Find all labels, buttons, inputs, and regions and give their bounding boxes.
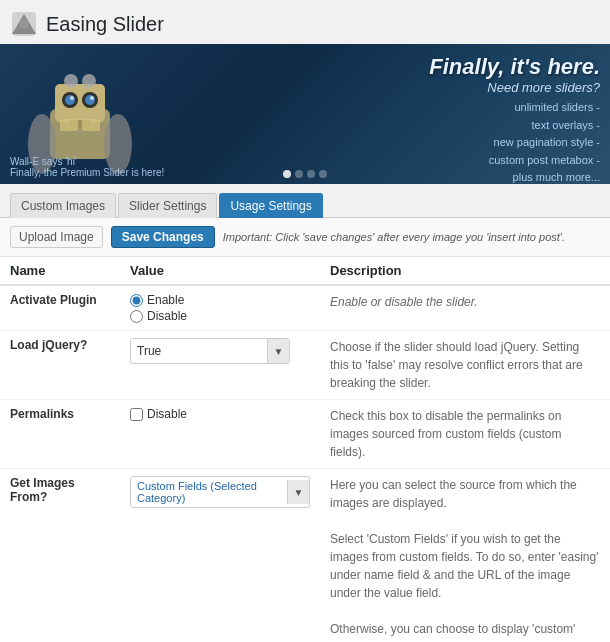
plugin-icon [10, 10, 38, 38]
svg-rect-14 [60, 119, 78, 131]
banner-dot-3[interactable] [307, 170, 315, 178]
tabs-bar: Custom Images Slider Settings Usage Sett… [0, 184, 610, 218]
toolbar-note: Important: Click 'save changes' after ev… [223, 231, 565, 243]
row-permalinks-name: Permalinks [0, 400, 120, 469]
radio-disable-text: Disable [147, 309, 187, 323]
banner-caption: Wall-E says 'hi' Finally, the Premium Sl… [10, 156, 164, 178]
get-images-dropdown-arrow[interactable]: ▼ [287, 480, 309, 504]
svg-rect-4 [55, 84, 105, 122]
radio-disable-label[interactable]: Disable [130, 309, 310, 323]
radio-disable[interactable] [130, 310, 143, 323]
table-row: Load jQuery? True ▼ Choose if the slider… [0, 331, 610, 400]
load-jquery-selected-value: True [131, 341, 267, 361]
banner-headline: Finally, it's here. [429, 54, 600, 80]
radio-enable-text: Enable [147, 293, 184, 307]
load-jquery-select-wrap[interactable]: True ▼ [130, 338, 290, 364]
banner: Finally, it's here. Need more sliders? u… [0, 44, 610, 184]
row-activate-plugin-value: Enable Disable [120, 285, 320, 331]
tab-custom-images[interactable]: Custom Images [10, 193, 116, 218]
svg-rect-17 [82, 74, 96, 88]
get-images-select-wrap[interactable]: Custom Fields (Selected Category) ▼ [130, 476, 310, 508]
radio-enable[interactable] [130, 294, 143, 307]
table-row: Get Images From? Custom Fields (Selected… [0, 469, 610, 643]
svg-rect-16 [64, 74, 78, 88]
tab-usage-settings[interactable]: Usage Settings [219, 193, 322, 218]
banner-dot-1[interactable] [283, 170, 291, 178]
row-load-jquery-desc: Choose if the slider should load jQuery.… [320, 331, 610, 400]
banner-text-area: Finally, it's here. Need more sliders? u… [429, 54, 600, 184]
save-changes-button[interactable]: Save Changes [111, 226, 215, 248]
page-header: Easing Slider [0, 0, 610, 44]
row-permalinks-desc: Check this box to disable the permalinks… [320, 400, 610, 469]
page-title: Easing Slider [46, 13, 164, 36]
settings-table: Name Value Description Activate Plugin E… [0, 257, 610, 642]
svg-point-10 [90, 96, 94, 100]
svg-point-8 [85, 95, 95, 105]
permalinks-checkbox-text: Disable [147, 407, 187, 421]
get-images-selected-value: Custom Fields (Selected Category) [131, 477, 287, 507]
row-activate-plugin-name: Activate Plugin [0, 285, 120, 331]
banner-subheadline: Need more sliders? [429, 80, 600, 95]
activate-plugin-radios: Enable Disable [130, 293, 310, 323]
toolbar: Upload Image Save Changes Important: Cli… [0, 218, 610, 257]
svg-point-2 [19, 19, 29, 29]
col-header-name: Name [0, 257, 120, 285]
col-header-description: Description [320, 257, 610, 285]
radio-enable-label[interactable]: Enable [130, 293, 310, 307]
permalinks-checkbox[interactable] [130, 408, 143, 421]
banner-pagination[interactable] [283, 170, 327, 178]
permalinks-checkbox-label[interactable]: Disable [130, 407, 310, 421]
row-load-jquery-name: Load jQuery? [0, 331, 120, 400]
tab-slider-settings[interactable]: Slider Settings [118, 193, 217, 218]
row-permalinks-value: Disable [120, 400, 320, 469]
svg-rect-15 [82, 119, 100, 131]
table-row: Permalinks Disable Check this box to dis… [0, 400, 610, 469]
svg-point-9 [70, 96, 74, 100]
upload-image-button[interactable]: Upload Image [10, 226, 103, 248]
banner-dot-4[interactable] [319, 170, 327, 178]
svg-point-7 [65, 95, 75, 105]
row-get-images-value: Custom Fields (Selected Category) ▼ [120, 469, 320, 643]
table-row: Activate Plugin Enable Disable Enable or… [0, 285, 610, 331]
banner-features: unlimited sliders - text overlays - new … [429, 99, 600, 184]
row-activate-plugin-desc: Enable or disable the slider. [320, 285, 610, 331]
row-get-images-desc: Here you can select the source from whic… [320, 469, 610, 643]
banner-dot-2[interactable] [295, 170, 303, 178]
row-load-jquery-value: True ▼ [120, 331, 320, 400]
row-get-images-name: Get Images From? [0, 469, 120, 643]
col-header-value: Value [120, 257, 320, 285]
load-jquery-dropdown-arrow[interactable]: ▼ [267, 339, 289, 363]
